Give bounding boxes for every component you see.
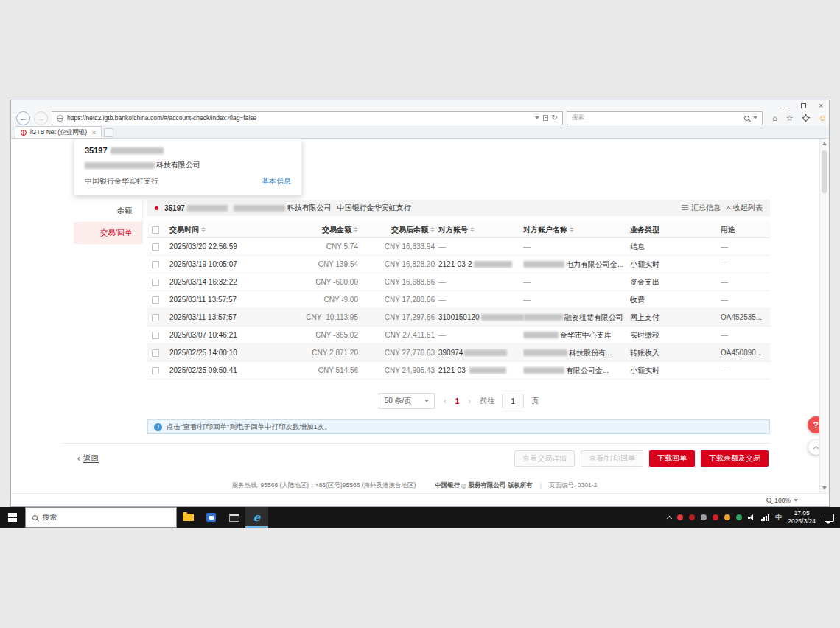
cell-counterparty-name: 科技股份有... xyxy=(523,348,630,358)
site-icon xyxy=(57,115,63,122)
redacted-text xyxy=(523,314,563,321)
settings-gear-icon[interactable] xyxy=(802,114,810,122)
cell-purpose: — xyxy=(721,278,770,286)
download-balance-transactions-button[interactable]: 下载余额及交易 xyxy=(701,450,769,467)
network-icon[interactable] xyxy=(761,514,769,521)
summary-info-link[interactable]: 汇总信息 xyxy=(682,203,721,213)
tray-icon-5[interactable] xyxy=(724,514,730,520)
row-checkbox[interactable] xyxy=(152,279,159,286)
address-bar[interactable]: https://netc2.igtb.bankofchina.com/#/acc… xyxy=(52,111,563,125)
search-icon[interactable] xyxy=(744,116,749,121)
notice-text: 点击"查看/打印回单"则电子回单中打印次数增加1次。 xyxy=(167,422,332,432)
red-dot-icon xyxy=(155,206,158,210)
sidebar-item-transactions[interactable]: 交易/回单 xyxy=(74,222,142,244)
sidebar-item-balance[interactable]: 余额 xyxy=(74,200,142,222)
start-button[interactable] xyxy=(0,507,25,528)
next-page-button[interactable]: › xyxy=(466,396,472,406)
redacted-text xyxy=(474,261,512,268)
favorites-star-icon[interactable]: ☆ xyxy=(786,114,794,123)
browser-titlebar[interactable]: × xyxy=(11,100,829,110)
table-row: 2025/03/07 10:46:21CNY -365.02CNY 27,411… xyxy=(147,327,770,344)
new-tab-button[interactable] xyxy=(104,128,113,137)
home-icon[interactable]: ⌂ xyxy=(772,114,777,122)
page-size-select[interactable]: 50 条/页 xyxy=(379,393,435,409)
taskbar-clock[interactable]: 17:05 2025/3/24 xyxy=(788,509,816,526)
col-header-counterparty-name[interactable]: 对方账户名称 xyxy=(523,225,630,235)
tray-expand-icon[interactable] xyxy=(667,515,672,520)
row-checkbox[interactable] xyxy=(152,296,159,304)
back-link[interactable]: ‹返回 xyxy=(77,453,99,464)
taskbar-app-file-explorer[interactable] xyxy=(177,507,200,528)
summary-bars-icon xyxy=(682,205,688,211)
prev-page-button[interactable]: ‹ xyxy=(442,396,448,406)
view-print-receipt-button[interactable]: 查看/打印回单 xyxy=(581,450,643,467)
row-checkbox[interactable] xyxy=(152,332,159,339)
pagination: 50 条/页 ‹ 1 › 前往 1 页 xyxy=(147,393,770,409)
window-maximize-button[interactable] xyxy=(801,102,806,109)
cell-purpose: — xyxy=(721,296,770,304)
download-receipt-button[interactable]: 下载回单 xyxy=(649,450,695,467)
cell-purpose: — xyxy=(721,366,770,374)
col-header-counterparty-account[interactable]: 对方账号 xyxy=(435,225,523,235)
tray-icon-3[interactable] xyxy=(701,514,707,520)
browser-back-button[interactable]: ← xyxy=(16,111,30,125)
zoom-control[interactable]: 100% xyxy=(766,497,798,504)
row-checkbox[interactable] xyxy=(152,261,159,268)
col-header-amount[interactable]: 交易金额 xyxy=(276,225,358,235)
tray-icon-6[interactable] xyxy=(736,514,742,520)
chevron-down-icon[interactable] xyxy=(535,116,539,119)
browser-search-box[interactable]: 搜索... xyxy=(567,111,763,125)
feedback-smiley-icon[interactable]: ☺ xyxy=(819,113,827,123)
window-close-button[interactable]: × xyxy=(819,102,823,109)
company-name: 科技有限公司 xyxy=(156,160,200,170)
taskbar-app-internet-explorer[interactable]: e xyxy=(245,507,268,528)
cell-counterparty-account: 2121-03- xyxy=(435,366,523,374)
browser-forward-button[interactable]: → xyxy=(34,111,48,125)
chevron-down-icon[interactable] xyxy=(753,116,757,119)
collapse-list-link[interactable]: 收起列表 xyxy=(727,203,763,213)
cell-counterparty-account: — xyxy=(435,296,523,304)
col-header-time[interactable]: 交易时间 xyxy=(167,225,276,235)
volume-icon[interactable] xyxy=(748,514,755,520)
tab-igtb-net[interactable]: iGTB Net (企业网银) × xyxy=(15,126,102,138)
basic-info-link[interactable]: 基本信息 xyxy=(262,176,291,186)
redacted-company-name xyxy=(234,205,285,212)
action-center-icon[interactable] xyxy=(825,514,834,522)
sort-icon xyxy=(201,227,206,232)
cell-business-type: 实时缴税 xyxy=(630,330,721,341)
col-header-balance[interactable]: 交易后余额 xyxy=(358,225,435,235)
select-all-checkbox[interactable] xyxy=(152,226,159,234)
redacted-text xyxy=(523,261,564,268)
cell-amount: CNY 514.56 xyxy=(276,366,358,374)
scroll-up-arrow[interactable] xyxy=(822,142,827,145)
account-card: 35197 科技有限公司 中国银行金华宾虹支行 基本信息 xyxy=(74,139,302,195)
scrollbar-thumb[interactable] xyxy=(822,150,827,193)
refresh-icon[interactable]: ↻ xyxy=(552,114,558,122)
view-transaction-details-button[interactable]: 查看交易详情 xyxy=(514,450,575,467)
tray-icon-2[interactable] xyxy=(689,514,695,520)
tray-icon-1[interactable] xyxy=(677,514,683,520)
taskbar: 搜索 e 中 17:05 2025/3/24 xyxy=(0,507,840,528)
row-checkbox[interactable] xyxy=(152,367,159,374)
chevron-down-icon xyxy=(794,499,798,502)
cell-counterparty-account: — xyxy=(435,243,523,251)
current-page-button[interactable]: 1 xyxy=(455,397,460,405)
tab-close-icon[interactable]: × xyxy=(92,129,96,136)
window-minimize-button[interactable] xyxy=(783,102,788,109)
compatibility-view-icon[interactable] xyxy=(543,115,548,121)
content-scrollbar[interactable] xyxy=(819,139,829,493)
scroll-down-arrow[interactable] xyxy=(822,486,827,490)
taskbar-app-blue[interactable] xyxy=(200,507,223,528)
taskbar-app-console[interactable] xyxy=(223,507,245,528)
row-checkbox[interactable] xyxy=(152,243,159,251)
taskbar-search[interactable]: 搜索 xyxy=(25,507,177,528)
redacted-account-number xyxy=(111,147,164,154)
row-checkbox[interactable] xyxy=(152,349,159,357)
tray-icon-4[interactable] xyxy=(713,514,718,520)
cell-balance: CNY 17,297.66 xyxy=(358,313,435,321)
redacted-text xyxy=(523,332,559,338)
row-checkbox[interactable] xyxy=(152,314,159,321)
ime-indicator[interactable]: 中 xyxy=(775,513,782,523)
goto-page-input[interactable]: 1 xyxy=(502,394,524,408)
cell-counterparty-name: — xyxy=(523,278,630,286)
